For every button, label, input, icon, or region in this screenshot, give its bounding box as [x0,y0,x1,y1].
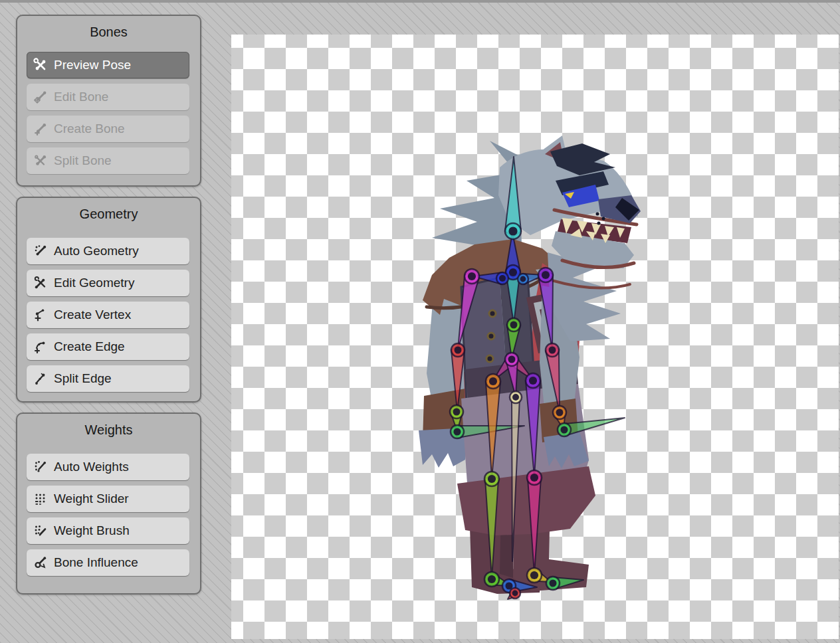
joint-core-foot-left [488,575,496,583]
joint-core-toes-right [550,580,557,587]
joint-core-thigh-right [529,377,537,385]
joint-core-upper-arm-left [468,272,476,280]
joint-core-clavicle-right [520,276,526,282]
panel-title-weights: Weights [17,422,200,438]
weight-slider-icon [33,492,48,506]
auto-geometry-icon [33,244,48,258]
scene-svg [231,35,839,639]
sprite-whisker-dot [596,213,599,216]
preview-pose-icon [33,58,48,72]
werewolf-sprite [419,136,641,594]
split-bone-icon [33,153,48,168]
joint-core-neck [509,268,517,276]
tool-button-auto-geometry[interactable]: Auto Geometry [27,238,189,264]
tool-button-auto-weights[interactable]: Auto Weights [27,454,189,480]
create-edge-icon [33,339,48,354]
skinning-editor-window: Bones Preview PoseEdit BoneCreate BoneSp… [0,0,840,643]
tool-button-label: Create Edge [54,339,125,354]
joint-core-clavicle-left [499,275,506,282]
sprite-vest-eyelet [489,310,496,317]
create-vertex-icon [33,308,48,322]
joint-core-forearm-left [455,347,462,354]
weight-brush-icon [33,523,48,538]
joint-core-foot-right [530,571,538,579]
tool-button-label: Bone Influence [54,555,138,570]
tool-button-label: Edit Bone [54,90,108,104]
panel-title-bones: Bones [17,24,200,40]
tool-button-create-edge[interactable]: Create Edge [27,333,189,360]
joint-core-forearm-right [549,347,556,354]
tool-button-label: Preview Pose [54,58,131,72]
joint-core-hand-right [556,409,564,416]
joint-core-shin-right [530,474,538,482]
joint-core-spine-lower [510,322,518,329]
joint-core-fingers-left [454,428,461,436]
tool-button-label: Create Vertex [54,308,131,322]
joint-core-hand-left [453,409,461,416]
auto-weights-icon [33,460,48,474]
joint-core-upper-arm-right [542,271,550,279]
edit-geometry-icon [33,276,48,290]
joint-core-tail [512,394,519,401]
tool-button-label: Create Bone [54,122,125,136]
joint-core-hip-center [508,356,516,363]
tool-button-label: Auto Weights [54,460,129,474]
tool-button-create-vertex[interactable]: Create Vertex [27,302,189,328]
sprite-whisker-dot [597,222,601,225]
tool-button-create-bone[interactable]: Create Bone [27,116,189,142]
panel-title-geometry: Geometry [17,206,200,222]
tool-button-bone-influence[interactable]: Bone Influence [27,549,189,576]
split-edge-icon [33,371,48,386]
tool-button-label: Auto Geometry [54,244,139,258]
joint-core-fingers-right [561,426,568,434]
tool-button-label: Split Bone [54,153,112,168]
edit-bone-icon [33,90,48,104]
create-bone-icon [33,122,48,136]
tool-button-split-bone[interactable]: Split Bone [27,147,189,174]
tool-button-split-edge[interactable]: Split Edge [27,365,189,392]
window-top-edge [0,0,840,3]
tool-button-label: Weight Brush [54,523,130,538]
sprite-vest-eyelet [486,355,493,362]
tool-button-edit-geometry[interactable]: Edit Geometry [27,270,189,296]
tool-button-label: Split Edge [54,371,112,386]
tool-button-label: Edit Geometry [54,276,134,290]
joint-core-head [508,227,517,235]
panel-weights: Weights Auto WeightsWeight SliderWeight … [16,413,201,595]
joint-core-shin-left [488,475,496,483]
sprite-canvas[interactable] [231,35,839,639]
joint-core-thigh-left [489,377,497,385]
tool-button-edit-bone[interactable]: Edit Bone [27,84,189,110]
sprite-whisker-dot [602,217,605,221]
bone-influence-icon [33,555,48,570]
tool-button-preview-pose[interactable]: Preview Pose [27,52,189,78]
tool-button-weight-brush[interactable]: Weight Brush [27,517,189,544]
panel-bones: Bones Preview PoseEdit BoneCreate BoneSp… [16,15,201,187]
sprite-vest-eyelet [488,333,494,339]
panel-geometry: Geometry Auto GeometryEdit GeometryCreat… [16,197,201,403]
tool-button-weight-slider[interactable]: Weight Slider [27,486,189,512]
joint-core-heel [512,591,518,597]
tool-button-label: Weight Slider [54,492,129,506]
